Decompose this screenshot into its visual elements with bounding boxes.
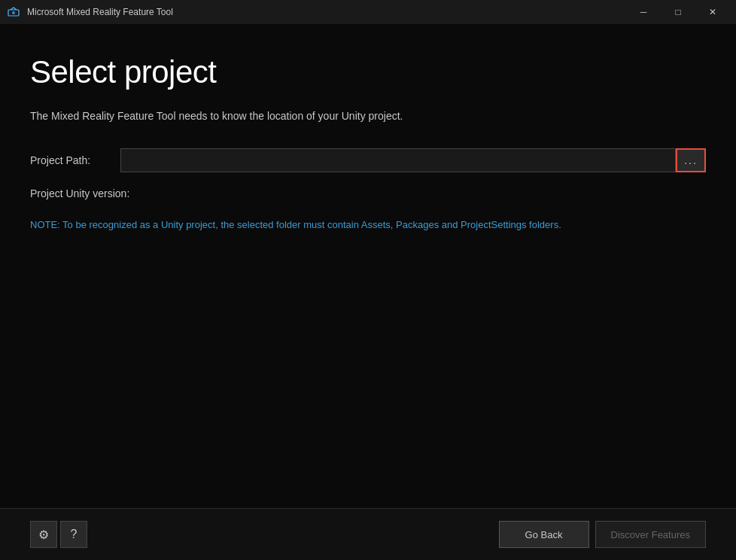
- settings-button[interactable]: ⚙: [30, 521, 57, 548]
- project-path-input[interactable]: [120, 148, 676, 172]
- maximize-button[interactable]: □: [661, 0, 695, 24]
- title-bar: Microsoft Mixed Reality Feature Tool ─ □…: [0, 0, 736, 24]
- footer-left: ⚙ ?: [30, 521, 87, 548]
- footer: ⚙ ? Go Back Discover Features: [0, 508, 736, 560]
- main-content: Select project The Mixed Reality Feature…: [0, 24, 736, 508]
- help-button[interactable]: ?: [60, 521, 87, 548]
- discover-features-button[interactable]: Discover Features: [595, 521, 706, 548]
- close-button[interactable]: ✕: [695, 0, 730, 24]
- footer-right: Go Back Discover Features: [499, 521, 706, 548]
- minimize-button[interactable]: ─: [626, 0, 661, 24]
- project-path-row: Project Path: ...: [30, 148, 706, 172]
- note-text: NOTE: To be recognized as a Unity projec…: [30, 218, 677, 233]
- path-input-wrapper: ...: [120, 148, 706, 172]
- page-description: The Mixed Reality Feature Tool needs to …: [30, 108, 706, 124]
- app-icon: [6, 5, 21, 20]
- unity-version-label: Project Unity version:: [30, 187, 129, 199]
- window-controls: ─ □ ✕: [626, 0, 730, 24]
- go-back-button[interactable]: Go Back: [499, 521, 589, 548]
- unity-version-row: Project Unity version:: [30, 187, 706, 199]
- project-path-label: Project Path:: [30, 154, 120, 166]
- svg-point-1: [12, 11, 15, 14]
- page-title: Select project: [30, 54, 706, 90]
- browse-button[interactable]: ...: [676, 148, 706, 172]
- title-bar-text: Microsoft Mixed Reality Feature Tool: [27, 7, 626, 17]
